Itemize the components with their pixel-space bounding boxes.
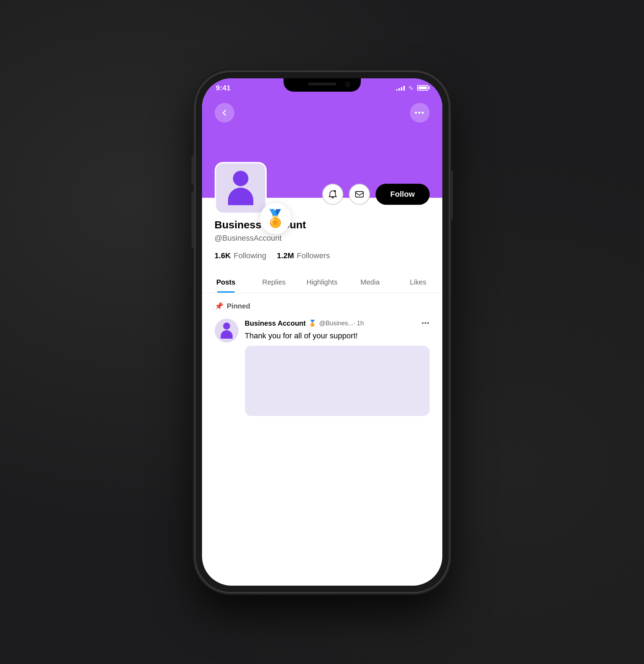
follow-button[interactable]: Follow (376, 184, 430, 205)
pinned-section: 📌 Pinned Business Account 🏅 (202, 296, 442, 422)
tweet-avatar-body (221, 330, 233, 339)
avatar (215, 162, 267, 214)
more-dots: ••• (415, 108, 425, 117)
tab-posts-label: Posts (216, 278, 235, 286)
notch (284, 78, 361, 92)
wifi-icon: ∿ (408, 84, 414, 92)
pinned-text: Pinned (227, 302, 251, 310)
tweet-image (245, 346, 430, 416)
avatar-body (228, 188, 253, 205)
camera (345, 82, 350, 87)
speaker (308, 83, 336, 85)
tab-posts[interactable]: Posts (202, 272, 250, 293)
profile-handle: @BusinessAccount (215, 234, 282, 243)
verified-badge-icon: 🏅 (265, 209, 286, 228)
tweet-handle-time: @Busines...· 1h (319, 320, 364, 327)
tab-highlights-label: Highlights (307, 278, 338, 286)
pinned-label-row: 📌 Pinned (202, 296, 442, 316)
tabs-bar: Posts Replies Highlights Media Likes (202, 272, 442, 293)
tweet-item: Business Account 🏅 @Busines...· 1h ••• T… (202, 316, 442, 422)
avatar-person (228, 171, 253, 205)
tweet-avatar (215, 319, 239, 343)
following-count: 1.6K (215, 251, 231, 260)
signal-icon (396, 85, 405, 91)
following-label: Following (234, 251, 266, 260)
tab-media-label: Media (360, 278, 379, 286)
status-time: 9:41 (216, 84, 231, 92)
mail-button[interactable] (349, 184, 370, 205)
action-row: Follow (322, 184, 430, 205)
followers-label: Followers (297, 251, 330, 260)
tweet-text: Thank you for all of your support! (245, 330, 430, 341)
profile-name: Business Account (215, 219, 430, 231)
tab-likes-label: Likes (410, 278, 427, 286)
screen: 9:41 ∿ (202, 78, 442, 586)
tab-likes[interactable]: Likes (394, 272, 442, 293)
battery-icon (417, 85, 428, 91)
tweet-more-button[interactable]: ••• (421, 319, 429, 328)
phone-shell: 9:41 ∿ (196, 72, 449, 592)
followers-stat[interactable]: 1.2M Followers (277, 251, 330, 260)
status-icons: ∿ (396, 84, 428, 92)
tab-highlights[interactable]: Highlights (298, 272, 346, 293)
followers-count: 1.2M (277, 251, 294, 260)
profile-stats: 1.6K Following 1.2M Followers (215, 251, 330, 260)
tweet-avatar-head (223, 323, 230, 330)
tweet-author-name: Business Account (245, 319, 306, 327)
tab-replies[interactable]: Replies (250, 272, 298, 293)
tab-media[interactable]: Media (346, 272, 394, 293)
avatar-head (233, 171, 248, 186)
following-stat[interactable]: 1.6K Following (215, 251, 266, 260)
pin-icon: 📌 (215, 302, 223, 310)
tweet-header: Business Account 🏅 @Busines...· 1h ••• (245, 319, 430, 328)
more-button[interactable]: ••• (410, 103, 430, 123)
back-button[interactable] (215, 103, 234, 123)
phone-wrapper: 9:41 ∿ (196, 72, 449, 592)
verified-popup: 🏅 (260, 203, 291, 234)
svg-rect-2 (356, 191, 363, 197)
notify-button[interactable] (322, 184, 343, 205)
tab-replies-label: Replies (262, 278, 286, 286)
tweet-content: Business Account 🏅 @Busines...· 1h ••• T… (245, 319, 430, 416)
tweet-verified-icon: 🏅 (308, 319, 316, 327)
